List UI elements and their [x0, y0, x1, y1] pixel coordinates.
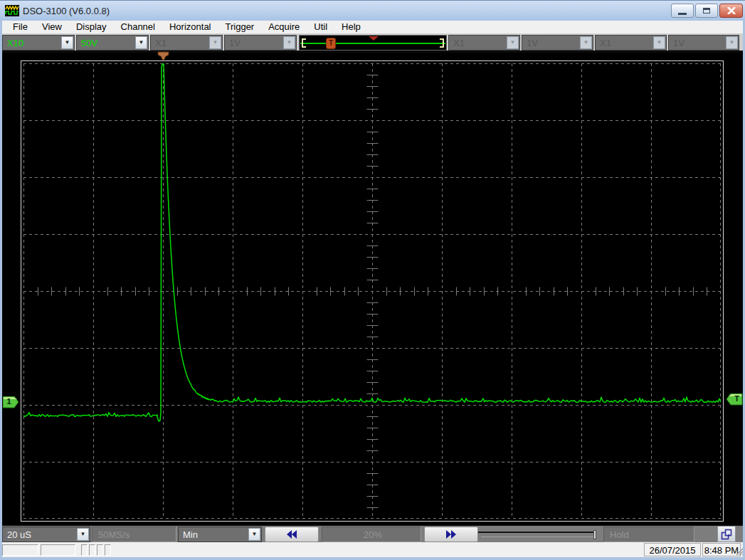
ch4-volts-value: 1V [673, 38, 685, 48]
double-right-arrow-icon [445, 530, 458, 539]
status-panel-1 [2, 544, 38, 556]
status-box-4 [105, 544, 111, 556]
status-box-3 [97, 544, 103, 556]
trigger-slider-track [300, 43, 445, 44]
menu-util[interactable]: Util [307, 21, 334, 33]
trackbar-groove [481, 537, 593, 537]
window-title: DSO-3100 (V6.0.0.8) [23, 6, 110, 16]
trigger-level-marker[interactable]: T [726, 393, 743, 408]
ch4-probe-value: X1 [600, 38, 611, 48]
window-border-bottom [0, 557, 745, 560]
ch2-probe-value: X1 [155, 38, 167, 48]
sync-windows-icon [721, 529, 732, 540]
menu-file[interactable]: File [6, 21, 35, 33]
acquisition-mode-value: Min [183, 529, 198, 540]
trigger-slider-handle[interactable]: T [326, 38, 336, 49]
chevron-down-icon[interactable]: ▼ [61, 36, 73, 49]
ch3-volts-combo: 1V ▼ [522, 35, 593, 51]
close-button[interactable] [719, 4, 743, 18]
channel-toolbar: X10 ▼ 50V ▼ X1 ▼ 1V ▼ T X1 ▼ 1V ▼ X1 ▼ 1… [0, 33, 745, 53]
slider-center-marker [369, 36, 379, 41]
waveform-canvas [23, 63, 721, 519]
minimize-icon [678, 13, 687, 15]
left-bracket-icon [302, 38, 306, 48]
menu-bar: File View Display Channel Horizontal Tri… [0, 21, 745, 33]
ch1-probe-combo[interactable]: X10 ▼ [2, 35, 75, 51]
chevron-down-icon: ▼ [653, 36, 665, 49]
hold-panel: Hold [603, 527, 694, 542]
ch2-probe-combo: X1 ▼ [150, 35, 223, 51]
channel1-label: 1 [1, 397, 17, 406]
position-percent-panel: 20% [322, 527, 421, 542]
ch3-probe-combo: X1 ▼ [448, 35, 520, 51]
menu-acquire[interactable]: Acquire [261, 21, 307, 33]
double-left-arrow-icon [285, 530, 298, 539]
close-icon [727, 7, 736, 14]
status-date: 26/07/2015 [644, 543, 701, 556]
trackbar-thumb[interactable] [593, 530, 596, 539]
ch1-volts-combo[interactable]: 50V ▼ [76, 35, 149, 51]
ch3-volts-value: 1V [527, 38, 538, 48]
app-icon [5, 5, 19, 16]
trigger-position-marker[interactable] [157, 51, 169, 61]
chevron-down-icon: ▼ [580, 36, 592, 49]
ch4-volts-combo: 1V ▼ [668, 35, 739, 51]
trigger-position-slider[interactable]: T [299, 35, 447, 51]
scroll-right-button[interactable] [424, 527, 478, 542]
sample-rate-panel: 50MS/s [92, 527, 176, 542]
chevron-down-icon: ▼ [283, 36, 295, 49]
restore-button[interactable] [695, 4, 718, 18]
status-box-1 [81, 544, 88, 556]
menu-horizontal[interactable]: Horizontal [162, 21, 218, 33]
chevron-down-icon: ▼ [507, 36, 519, 49]
status-bar: 26/07/2015 8:48 PM [0, 542, 745, 557]
horizontal-toolbar: 20 uS ▼ 50MS/s Min ▼ 20% Hold [0, 525, 745, 542]
trackbar-track [478, 532, 593, 533]
status-panel-2 [41, 544, 75, 556]
position-trackbar[interactable] [472, 527, 602, 542]
chevron-down-icon[interactable]: ▼ [248, 528, 260, 541]
restore-icon [703, 8, 710, 14]
menu-channel[interactable]: Channel [114, 21, 162, 33]
window-border-left [0, 21, 2, 557]
right-bracket-icon [440, 38, 444, 48]
sync-button[interactable] [717, 526, 736, 542]
ch4-probe-combo: X1 ▼ [595, 35, 667, 51]
menu-display[interactable]: Display [69, 21, 114, 33]
ch2-volts-value: 1V [229, 38, 241, 48]
ch3-probe-value: X1 [453, 38, 465, 48]
acquisition-mode-combo[interactable]: Min ▼ [178, 527, 262, 542]
menu-help[interactable]: Help [334, 21, 368, 33]
menu-trigger[interactable]: Trigger [218, 21, 262, 33]
chevron-down-icon: ▼ [726, 36, 738, 49]
minimize-button[interactable] [671, 4, 694, 18]
title-bar[interactable]: DSO-3100 (V6.0.0.8) [0, 0, 745, 21]
ch1-volts-value: 50V [81, 38, 97, 48]
status-box-2 [89, 544, 95, 556]
chevron-down-icon[interactable]: ▼ [77, 528, 89, 541]
chevron-down-icon[interactable]: ▼ [135, 36, 147, 49]
scope-display: 1 T [0, 53, 745, 525]
chevron-down-icon: ▼ [209, 36, 221, 49]
timebase-combo[interactable]: 20 uS ▼ [2, 527, 90, 542]
scroll-left-button[interactable] [265, 527, 319, 542]
channel1-level-marker[interactable]: 1 [3, 396, 19, 411]
ch2-volts-combo: 1V ▼ [224, 35, 297, 51]
ch1-probe-value: X10 [7, 38, 23, 48]
menu-view[interactable]: View [35, 21, 69, 33]
timebase-value: 20 uS [7, 529, 31, 540]
